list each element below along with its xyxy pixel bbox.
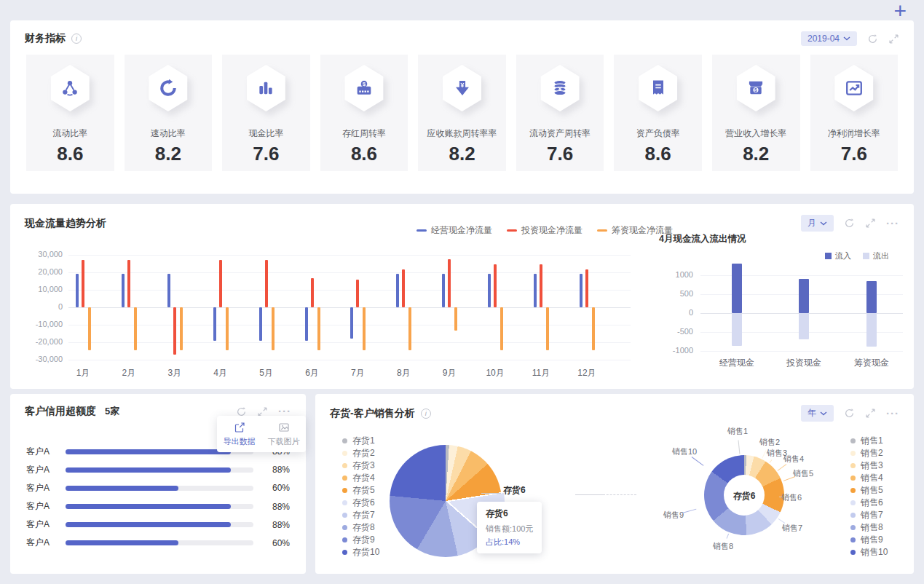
legend-item[interactable]: 流入 bbox=[825, 250, 851, 261]
percent-value: 60% bbox=[262, 538, 290, 548]
table-row: 客户A60% bbox=[26, 483, 290, 493]
bar-筹资现金净流量 bbox=[592, 307, 595, 350]
y-axis-tick: 1000 bbox=[658, 270, 693, 279]
legend-item[interactable]: 存货6 bbox=[342, 498, 379, 507]
legend-item[interactable]: 存货1 bbox=[342, 436, 379, 445]
expand-icon[interactable] bbox=[865, 218, 876, 229]
bar-流出 bbox=[732, 313, 742, 346]
legend-item[interactable]: 流出 bbox=[863, 250, 889, 261]
legend-item[interactable]: 存货9 bbox=[342, 535, 379, 544]
legend-item[interactable]: 销售8 bbox=[850, 523, 888, 532]
legend-item[interactable]: 销售3 bbox=[850, 461, 888, 470]
panel-title: 客户信用超额度 bbox=[25, 405, 96, 418]
customer-label: 客户A bbox=[26, 464, 57, 476]
bar-筹资现金净流量 bbox=[317, 307, 320, 350]
sales-legend: 销售1销售2销售3销售4销售5销售6销售7销售8销售9销售10 bbox=[850, 436, 888, 556]
legend-item[interactable]: 存货4 bbox=[342, 473, 379, 482]
more-options-icon[interactable]: ··· bbox=[886, 220, 899, 227]
metric-label: 资产负债率 bbox=[636, 127, 680, 140]
trend-line-icon bbox=[832, 65, 876, 111]
legend-item[interactable]: 投资现金净流量 bbox=[507, 224, 583, 237]
bar-经营现金净流量 bbox=[580, 274, 583, 307]
expand-icon[interactable] bbox=[888, 33, 899, 44]
legend-label: 销售4 bbox=[861, 472, 883, 484]
x-axis-label: 3月 bbox=[157, 367, 193, 379]
legend-swatch bbox=[507, 229, 517, 232]
legend-label: 存货7 bbox=[352, 509, 375, 521]
legend-item[interactable]: 销售7 bbox=[850, 510, 888, 519]
legend-item[interactable]: 销售2 bbox=[850, 449, 888, 457]
metric-cards: 流动比率8.6速动比率8.2现金比率7.6$存红周转率8.6¥应收账款周转率率8… bbox=[26, 55, 898, 171]
export-data-menu-item[interactable]: 导出数据 bbox=[217, 422, 261, 447]
more-options-icon[interactable]: ··· bbox=[886, 410, 899, 417]
x-axis-label: 7月 bbox=[339, 367, 376, 379]
gridline bbox=[68, 290, 631, 291]
legend-item[interactable]: 存货8 bbox=[342, 523, 379, 532]
legend-item[interactable]: 存货2 bbox=[342, 449, 379, 457]
inventory-sales-panel: 存货-客户销售分析 i 年 ··· 存货1存货2存货3存货4存货5存货6存货7存… bbox=[315, 394, 914, 574]
x-axis-label: 5月 bbox=[248, 367, 285, 379]
cash-register-icon: $ bbox=[342, 65, 386, 111]
export-icon bbox=[234, 422, 245, 433]
refresh-icon[interactable] bbox=[844, 218, 855, 229]
y-axis-tick: -20,000 bbox=[25, 337, 63, 346]
gridline bbox=[700, 351, 903, 352]
cashflow-trend-panel: 现金流量趋势分析 月 ··· 经营现金净流量投资现金净流量筹资现金净流量 30,… bbox=[10, 204, 914, 389]
legend-item[interactable]: 存货5 bbox=[342, 486, 379, 494]
donut-slice-label: 销售6 bbox=[781, 492, 802, 503]
tooltip-title: 存货6 bbox=[486, 508, 533, 520]
period-dropdown[interactable]: 月 bbox=[801, 215, 834, 232]
inventory-legend: 存货1存货2存货3存货4存货5存货6存货7存货8存货9存货10 bbox=[342, 436, 379, 556]
period-dropdown[interactable]: 年 bbox=[801, 405, 834, 422]
period-dropdown[interactable]: 2019-04 bbox=[801, 31, 857, 46]
bar-经营现金净流量 bbox=[442, 274, 445, 307]
legend-item[interactable]: 存货3 bbox=[342, 461, 379, 470]
download-image-menu-item[interactable]: 下载图片 bbox=[261, 422, 306, 447]
metric-icon-hexagon: ¥ bbox=[441, 65, 484, 111]
refresh-icon[interactable] bbox=[844, 408, 855, 419]
metric-label: 流动比率 bbox=[52, 127, 87, 140]
legend-item[interactable]: 销售5 bbox=[850, 486, 888, 494]
bar-筹资现金净流量 bbox=[500, 307, 503, 350]
legend-label: 存货9 bbox=[352, 534, 375, 546]
bar-经营现金净流量 bbox=[488, 274, 491, 307]
customer-label: 客户A bbox=[26, 500, 57, 513]
metric-label: 现金比率 bbox=[248, 127, 283, 140]
legend-item[interactable]: 销售4 bbox=[850, 473, 888, 482]
refresh-icon[interactable] bbox=[867, 33, 878, 44]
donut-slice-label: 销售9 bbox=[663, 510, 684, 521]
metric-card: 资产负债率8.6 bbox=[614, 55, 702, 171]
legend-item[interactable]: 经营现金净流量 bbox=[416, 224, 492, 237]
legend-item[interactable]: 存货10 bbox=[342, 548, 379, 556]
legend-item[interactable]: 存货7 bbox=[342, 510, 379, 519]
donut-slice-label: 销售4 bbox=[783, 454, 804, 465]
y-axis-tick: 0 bbox=[25, 302, 63, 311]
more-options-icon[interactable]: ··· bbox=[278, 408, 291, 415]
legend-item[interactable]: 销售9 bbox=[850, 535, 888, 544]
expand-icon[interactable] bbox=[865, 408, 876, 419]
legend-label: 存货3 bbox=[352, 459, 375, 472]
legend-item[interactable]: 销售1 bbox=[850, 436, 888, 445]
metric-icon-hexagon bbox=[146, 65, 190, 111]
legend-label: 流入 bbox=[835, 250, 851, 261]
legend-item[interactable]: 销售6 bbox=[850, 498, 888, 507]
legend-dot bbox=[342, 537, 347, 542]
donut-center-label: 存货6 bbox=[724, 490, 765, 502]
progress-fill bbox=[66, 449, 231, 454]
metric-value: 8.2 bbox=[743, 143, 769, 165]
bar-chart-icon bbox=[244, 65, 288, 111]
legend-dot bbox=[342, 438, 347, 443]
metric-card: ¥应收账款周转率率8.2 bbox=[418, 55, 506, 171]
table-row: 客户A88% bbox=[26, 465, 290, 475]
customer-credit-panel: 客户信用超额度 5家 ··· 导出数据 下载图片 客户A88%客户A88%客户A… bbox=[10, 394, 306, 574]
donut-slice-label: 销售3 bbox=[767, 448, 787, 459]
chevron-down-icon bbox=[820, 221, 827, 226]
legend-item[interactable]: 销售10 bbox=[850, 548, 888, 556]
add-widget-button[interactable]: + bbox=[893, 0, 907, 22]
legend-swatch bbox=[597, 229, 607, 232]
credit-bars-chart: 客户A88%客户A88%客户A60%客户A88%客户A88%客户A60% bbox=[26, 446, 290, 548]
info-icon[interactable]: i bbox=[71, 33, 82, 44]
info-icon[interactable]: i bbox=[421, 409, 431, 419]
period-value: 月 bbox=[807, 217, 816, 229]
legend-dot bbox=[850, 513, 856, 518]
